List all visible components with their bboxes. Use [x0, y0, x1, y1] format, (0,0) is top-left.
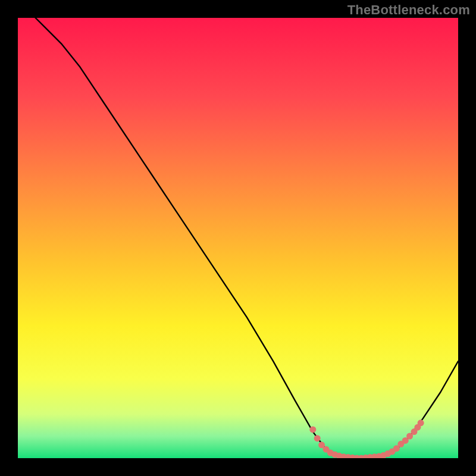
data-marker — [418, 419, 424, 426]
gradient-background — [18, 18, 458, 458]
chart-svg — [18, 18, 458, 458]
chart-frame: TheBottleneck.com — [0, 0, 476, 476]
data-marker — [314, 435, 321, 441]
plot-area — [18, 18, 458, 458]
data-marker — [309, 426, 316, 433]
attribution-text: TheBottleneck.com — [347, 2, 470, 18]
